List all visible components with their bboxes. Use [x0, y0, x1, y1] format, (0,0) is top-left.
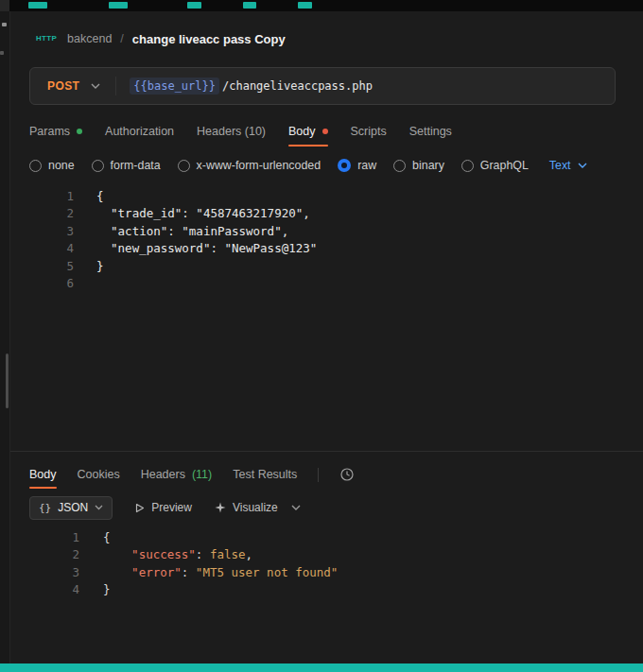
visualize-sparkle-icon	[215, 502, 226, 513]
code-text: }	[103, 581, 111, 598]
url-variable-chip: {{base_url}}	[130, 78, 219, 95]
body-mode-form-data[interactable]: form-data	[92, 159, 161, 172]
browser-tab-chip	[187, 2, 201, 9]
code-line: 5}	[29, 258, 624, 275]
code-line: 2 "success": false,	[29, 546, 624, 563]
rail-mark	[2, 23, 7, 26]
line-number: 2	[29, 546, 79, 563]
radio-binary	[393, 160, 406, 172]
line-number: 1	[29, 529, 79, 546]
preview-button[interactable]: Preview	[135, 501, 192, 514]
line-number: 3	[29, 564, 79, 581]
toolbar-divider	[318, 468, 319, 482]
braces-icon: {}	[39, 502, 51, 514]
tab-settings[interactable]: Settings	[409, 116, 452, 146]
radio-form-data	[92, 160, 104, 172]
line-number: 4	[29, 240, 74, 257]
code-text: "action": "mainPassword",	[96, 223, 288, 240]
clock-icon	[339, 467, 355, 482]
code-text: "new_password": "NewPass@123"	[96, 240, 317, 257]
response-history-button[interactable]	[339, 467, 355, 482]
top-tab-strip	[0, 0, 643, 11]
method-label: POST	[47, 79, 79, 93]
rail-mark	[0, 51, 4, 55]
tab-authorization[interactable]: Authorization	[105, 116, 174, 146]
response-tabs: Body Cookies Headers (11) Test Results	[29, 460, 624, 489]
request-title[interactable]: change liveacc pass Copy	[132, 32, 286, 46]
code-line: 1{	[29, 529, 624, 546]
response-body-viewer[interactable]: 1{ 2 "success": false, 3 "error": "MT5 u…	[29, 529, 624, 599]
body-mode-none[interactable]: none	[29, 159, 75, 172]
line-number: 2	[29, 205, 74, 222]
postman-app-window: HTTP bakcend / change liveacc pass Copy …	[0, 0, 643, 672]
body-mode-row: none form-data x-www-form-urlencoded raw…	[29, 151, 624, 180]
body-mode-raw[interactable]: raw	[338, 159, 376, 172]
body-mode-binary[interactable]: binary	[393, 159, 444, 172]
browser-tab-chip	[243, 2, 256, 9]
chevron-down-icon	[291, 505, 301, 510]
browser-tab-chip	[28, 2, 47, 9]
strip-corner	[0, 0, 9, 11]
body-mode-graphql[interactable]: GraphQL	[461, 159, 529, 172]
code-line: 2 "trade_id": "4587463217920",	[29, 205, 624, 222]
radio-urlencoded	[178, 160, 190, 172]
visualize-options-chevron[interactable]	[291, 505, 301, 510]
url-path-text: /changeliveaccpass.php	[219, 79, 373, 93]
scrollbar-thumb[interactable]	[6, 353, 9, 408]
play-icon	[135, 503, 145, 513]
bottom-status-bar	[0, 663, 643, 672]
code-text: "success": false,	[103, 546, 252, 563]
browser-tab-chip	[109, 2, 128, 9]
response-section-divider	[10, 451, 643, 452]
code-text: {	[103, 529, 111, 546]
tab-scripts[interactable]: Scripts	[351, 116, 387, 146]
breadcrumb-separator: /	[120, 32, 123, 45]
code-text: "trade_id": "4587463217920",	[96, 205, 310, 222]
body-indicator-dot	[322, 129, 328, 134]
response-format-dropdown[interactable]: {} JSON	[29, 496, 113, 520]
response-tab-test-results[interactable]: Test Results	[233, 460, 297, 489]
chevron-down-icon	[578, 163, 587, 168]
response-toolbar: {} JSON Preview Visualize	[29, 495, 624, 520]
method-dropdown[interactable]: POST	[30, 68, 115, 104]
code-text: {	[96, 188, 104, 205]
visualize-button[interactable]: Visualize	[215, 501, 278, 514]
tab-body[interactable]: Body	[288, 116, 328, 146]
request-pane: HTTP bakcend / change liveacc pass Copy …	[10, 11, 643, 663]
line-number: 5	[29, 258, 74, 275]
request-body-editor[interactable]: 1{ 2 "trade_id": "4587463217920", 3 "act…	[29, 188, 624, 451]
raw-language-dropdown[interactable]: Text	[549, 159, 587, 172]
code-line: 3 "action": "mainPassword",	[29, 223, 624, 240]
breadcrumb-collection[interactable]: bakcend	[67, 32, 112, 45]
line-number: 4	[29, 581, 79, 598]
body-mode-urlencoded[interactable]: x-www-form-urlencoded	[178, 159, 322, 172]
code-line: 1{	[29, 188, 624, 205]
left-sidebar-rail	[0, 11, 10, 663]
request-tabs: Params Authorization Headers (10) Body S…	[29, 116, 624, 146]
response-tab-cookies[interactable]: Cookies	[78, 460, 120, 489]
code-line: 3 "error": "MT5 user not found"	[29, 564, 624, 581]
response-tab-body[interactable]: Body	[29, 460, 57, 489]
line-number: 6	[29, 275, 74, 292]
tab-headers[interactable]: Headers (10)	[197, 116, 266, 146]
breadcrumb: HTTP bakcend / change liveacc pass Copy	[29, 27, 624, 50]
headers-count-badge: (11)	[192, 468, 212, 481]
http-request-icon: HTTP	[34, 32, 59, 45]
code-line: 6	[29, 275, 624, 292]
code-line: 4 "new_password": "NewPass@123"	[29, 240, 624, 257]
chevron-down-icon	[91, 83, 100, 89]
url-input[interactable]: {{base_url}} /changeliveaccpass.php	[116, 78, 615, 95]
code-text: }	[96, 258, 104, 275]
chevron-down-icon	[95, 505, 103, 510]
radio-none	[29, 160, 42, 172]
params-indicator-dot	[77, 129, 82, 134]
browser-tab-chip	[298, 2, 312, 9]
radio-graphql	[461, 160, 474, 172]
code-line: 4}	[29, 581, 624, 598]
line-number: 3	[29, 223, 74, 240]
code-text: "error": "MT5 user not found"	[103, 564, 338, 581]
tab-params[interactable]: Params	[29, 116, 82, 146]
line-number: 1	[29, 188, 74, 205]
response-tab-headers[interactable]: Headers (11)	[141, 460, 213, 489]
radio-raw-selected	[338, 159, 351, 172]
